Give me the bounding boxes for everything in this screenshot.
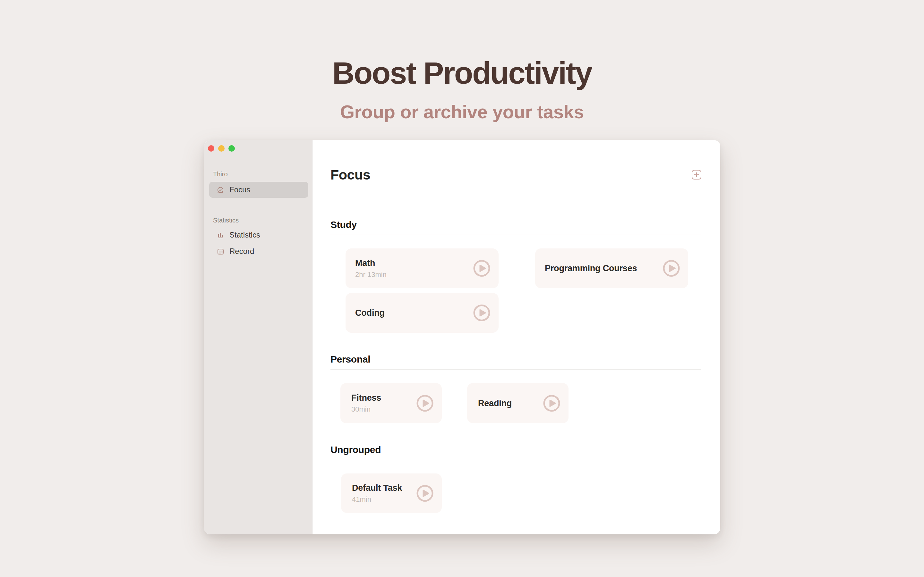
sidebar: Thiro Focus Statistics — [204, 140, 312, 534]
main-content: Focus StudyMath2hr 13minProgramming Cour… — [312, 140, 720, 534]
task-card[interactable]: Programming Courses — [535, 248, 688, 288]
task-card[interactable]: Fitness30min — [341, 383, 442, 423]
hero-title: Boost Productivity — [0, 57, 924, 89]
sidebar-item-record[interactable]: Record — [209, 243, 309, 259]
content-header: Focus — [330, 167, 701, 182]
play-button[interactable] — [417, 485, 433, 502]
play-button[interactable] — [417, 395, 433, 412]
bar-chart-icon — [216, 231, 225, 239]
play-button[interactable] — [473, 260, 490, 277]
sidebar-section-label: Statistics — [213, 216, 312, 224]
page-title: Focus — [330, 167, 370, 183]
task-title: Reading — [478, 398, 538, 408]
task-group-personal: PersonalFitness30minReading — [330, 354, 701, 423]
task-group-study: StudyMath2hr 13minProgramming CoursesCod… — [330, 219, 701, 333]
task-duration: 2hr 13min — [355, 271, 468, 279]
group-separator — [330, 369, 701, 370]
group-heading: Ungrouped — [330, 444, 701, 456]
task-title: Programming Courses — [545, 263, 658, 274]
sidebar-item-label: Record — [229, 247, 254, 256]
calendar-icon — [216, 247, 225, 255]
hero-section: Boost Productivity Group or archive your… — [0, 0, 924, 122]
sidebar-item-focus[interactable]: Focus — [209, 182, 309, 198]
card-row: Fitness30minReading — [330, 383, 701, 423]
task-duration: 30min — [351, 405, 411, 414]
group-heading: Study — [330, 219, 701, 230]
task-duration: 41min — [352, 495, 411, 504]
sidebar-app-label: Thiro — [213, 170, 312, 178]
task-card[interactable]: Reading — [467, 383, 569, 423]
card-row: Default Task41min — [330, 474, 701, 513]
group-separator — [330, 235, 701, 235]
task-card[interactable]: Coding — [346, 293, 499, 333]
task-card[interactable]: Default Task41min — [341, 474, 442, 513]
minimize-window-button[interactable] — [218, 145, 225, 152]
sidebar-item-label: Focus — [229, 185, 250, 194]
alarm-clock-icon — [216, 185, 225, 194]
app-window: Thiro Focus Statistics — [204, 140, 720, 534]
task-group-ungrouped: UngroupedDefault Task41min — [330, 444, 701, 513]
card-row: Math2hr 13minProgramming CoursesCoding — [330, 248, 701, 333]
task-title: Math — [355, 258, 468, 268]
traffic-lights — [208, 145, 235, 152]
task-title: Fitness — [351, 393, 411, 403]
sidebar-item-label: Statistics — [229, 230, 260, 239]
task-card[interactable]: Math2hr 13min — [346, 248, 499, 288]
group-heading: Personal — [330, 354, 701, 365]
task-title: Coding — [355, 308, 468, 318]
zoom-window-button[interactable] — [228, 145, 235, 152]
task-groups: StudyMath2hr 13minProgramming CoursesCod… — [330, 219, 701, 513]
hero-subtitle: Group or archive your tasks — [0, 102, 924, 122]
play-button[interactable] — [473, 305, 490, 322]
add-task-button[interactable] — [692, 170, 701, 179]
play-button[interactable] — [663, 260, 680, 277]
task-title: Default Task — [352, 483, 411, 493]
play-button[interactable] — [543, 395, 560, 412]
sidebar-item-statistics[interactable]: Statistics — [209, 227, 309, 243]
close-window-button[interactable] — [208, 145, 214, 152]
